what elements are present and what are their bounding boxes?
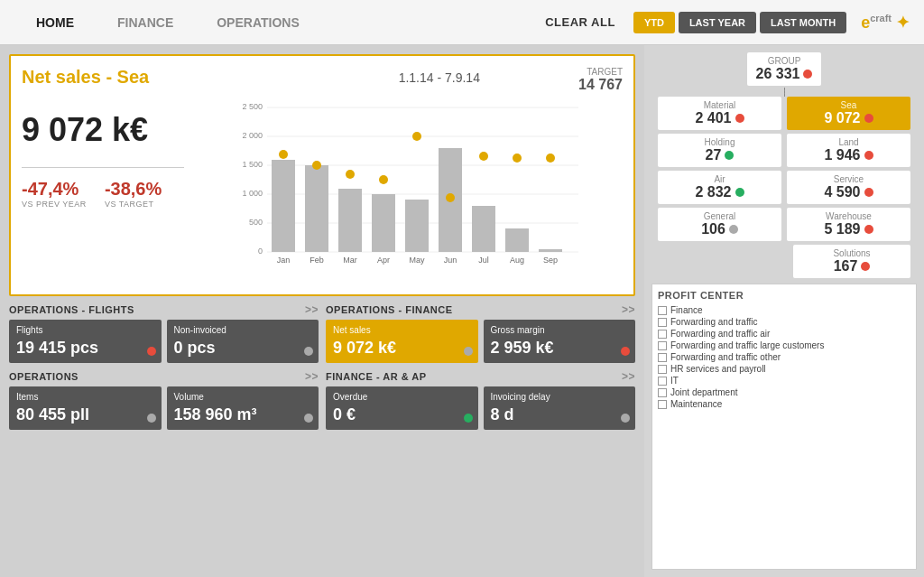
volume-value: 158 960 m³ [174,405,312,424]
volume-kpi-card: Volume 158 960 m³ [167,386,319,430]
org-group-node[interactable]: GROUP 26 331 [747,52,822,86]
ops-finance-header: OPERATIONS - FINANCE >> [326,303,635,316]
main-content: Net sales - Sea 1.1.14 - 7.9.14 TARGET 1… [0,45,924,577]
main-kpi-value: 9 072 k€ [22,111,184,149]
org-group-dot [803,70,812,79]
org-sea-node[interactable]: Sea 9 072 [787,97,910,130]
invoicing-delay-status-dot [621,414,630,423]
svg-text:0: 0 [258,247,263,256]
period-last-month-button[interactable]: LAST MONTH [760,12,846,33]
svg-point-38 [546,154,555,163]
non-invoiced-value: 0 pcs [174,339,312,358]
ops-flights-header: OPERATIONS - FLIGHTS >> [9,303,319,316]
chart-title: Net sales - Sea [22,67,300,88]
pc-item-forwarding-other[interactable]: Forwarding and traffic other [658,351,910,363]
pc-checkbox-finance[interactable] [658,306,667,315]
svg-point-35 [446,193,455,202]
svg-point-37 [513,154,522,163]
org-general-node[interactable]: General 106 [658,208,781,241]
invoicing-delay-value: 8 d [491,405,629,424]
svg-text:1 500: 1 500 [242,160,263,169]
gross-margin-label: Gross margin [491,325,629,335]
pc-checkbox-maintenance[interactable] [658,400,667,409]
invoicing-delay-label: Invoicing delay [491,392,629,402]
org-holding-node[interactable]: Holding 27 [658,134,781,167]
pc-item-forwarding-large[interactable]: Forwarding and traffic large customers [658,340,910,351]
org-service-value: 4 590 [824,184,860,200]
finance-ar-ap-arrow[interactable]: >> [622,370,635,383]
svg-text:May: May [409,256,425,265]
pc-item-joint[interactable]: Joint department [658,386,910,398]
svg-text:Sep: Sep [543,256,558,265]
org-material-node[interactable]: Material 2 401 [658,97,781,130]
svg-text:Jun: Jun [444,256,457,265]
svg-rect-14 [338,189,362,252]
org-service-dot [864,188,873,197]
org-material-dot [735,114,744,123]
gross-margin-status-dot [621,347,630,356]
items-kpi-card: Items 80 455 pll [9,386,162,430]
flights-status-dot [147,347,156,356]
net-sales-chart-card: Net sales - Sea 1.1.14 - 7.9.14 TARGET 1… [9,54,635,296]
org-air-node[interactable]: Air 2 832 [658,171,781,204]
finance-ar-ap-title: FINANCE - AR & AP [326,371,427,382]
pc-checkbox-it[interactable] [658,377,667,386]
ops-flights-arrow[interactable]: >> [305,303,319,316]
pc-checkbox-forwarding-other[interactable] [658,353,667,362]
ops-flights-title: OPERATIONS - FLIGHTS [9,304,134,315]
net-sales-label: Net sales [333,325,471,335]
svg-rect-19 [505,228,529,252]
svg-text:Aug: Aug [510,256,524,265]
pc-item-hr[interactable]: HR services and payroll [658,363,910,375]
org-service-label: Service [796,174,901,184]
items-value: 80 455 pll [16,405,154,424]
nav-operations[interactable]: OPERATIONS [195,15,321,30]
invoicing-delay-kpi-card: Invoicing delay 8 d [484,386,636,430]
ops-finance-arrow[interactable]: >> [622,303,635,316]
operations-arrow[interactable]: >> [305,370,319,383]
overdue-value: 0 € [333,405,471,424]
svg-text:Apr: Apr [377,256,390,265]
non-invoiced-kpi-card: Non-invoiced 0 pcs [167,320,319,363]
right-panel: GROUP 26 331 Material 2 401 Sea [644,45,924,577]
pc-item-forwarding-traffic-air[interactable]: Forwarding and traffic air [658,328,910,340]
net-sales-kpi-card: Net sales 9 072 k€ [326,320,478,363]
pc-item-finance[interactable]: Finance [658,304,910,316]
chart-date-range: 1.1.14 - 7.9.14 [300,70,579,85]
volume-label: Volume [174,392,312,402]
pc-item-forwarding-traffic[interactable]: Forwarding and traffic [658,316,910,328]
pc-checkbox-forwarding-traffic[interactable] [658,318,667,327]
svg-point-36 [479,152,488,161]
org-solutions-node[interactable]: Solutions 167 [793,245,910,278]
pc-checkbox-hr[interactable] [658,365,667,374]
operations-header: OPERATIONS >> [9,370,319,383]
nav-home[interactable]: HOME [14,15,96,30]
org-service-node[interactable]: Service 4 590 [787,171,910,204]
bar-chart-area: 2 500 2 000 1 500 1 000 500 0 [184,100,623,284]
period-last-year-button[interactable]: LAST YEAR [679,12,756,33]
org-holding-dot [725,151,734,160]
org-warehouse-node[interactable]: Warehouse 5 189 [787,208,910,241]
pc-item-it[interactable]: IT [658,375,910,386]
gross-margin-value: 2 959 k€ [491,339,629,358]
org-land-node[interactable]: Land 1 946 [787,134,910,167]
flights-kpi-card: Flights 19 415 pcs [9,320,162,363]
period-ytd-button[interactable]: YTD [633,12,675,33]
svg-text:Jul: Jul [478,256,489,265]
org-land-value: 1 946 [824,147,860,163]
pc-item-maintenance[interactable]: Maintenance [658,398,910,410]
top-navigation: HOME FINANCE OPERATIONS CLEAR ALL YTD LA… [0,0,924,45]
pc-checkbox-forwarding-large[interactable] [658,341,667,350]
clear-all-button[interactable]: CLEAR ALL [545,15,615,29]
org-air-value: 2 832 [695,184,731,200]
org-general-dot [729,225,738,234]
nav-finance[interactable]: FINANCE [96,15,195,30]
chart-svg: 2 500 2 000 1 500 1 000 500 0 [191,100,623,281]
profit-center-panel: PROFIT CENTER Finance Forwarding and tra… [651,284,917,570]
org-material-label: Material [667,100,772,110]
pc-checkbox-forwarding-traffic-air[interactable] [658,330,667,339]
pc-checkbox-joint[interactable] [658,388,667,397]
svg-rect-13 [305,165,328,252]
org-material-value: 2 401 [695,110,731,126]
org-group-label: GROUP [756,56,813,66]
